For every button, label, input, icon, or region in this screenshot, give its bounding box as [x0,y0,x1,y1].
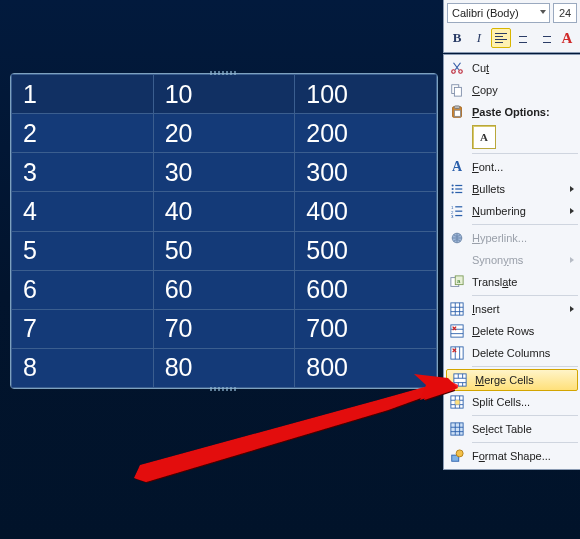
menu-format-shape-label: Format Shape... [470,450,580,462]
paste-options-row: A [444,123,580,151]
selected-table[interactable]: 1101002202003303004404005505006606007707… [10,73,438,389]
align-right-button[interactable] [535,28,555,48]
menu-format-shape[interactable]: Format Shape... [444,445,580,467]
table-row[interactable]: 770700 [12,309,437,348]
menu-paste-options: Paste Options: [444,101,580,123]
menu-font[interactable]: A Font... [444,156,580,178]
menu-delete-columns[interactable]: Delete Columns [444,342,580,364]
svg-point-31 [456,450,463,457]
table-cell[interactable]: 8 [12,348,154,387]
font-family-combo[interactable]: Calibri (Body) [447,3,550,23]
menu-numbering[interactable]: 123 Numbering [444,200,580,222]
delete-columns-icon [444,346,470,360]
menu-split-cells-label: Split Cells... [470,396,580,408]
menu-delete-rows-label: Delete Rows [470,325,580,337]
table-cell[interactable]: 80 [153,348,295,387]
table-cell[interactable]: 200 [295,114,437,153]
table-row[interactable]: 220200 [12,114,437,153]
table-row[interactable]: 440400 [12,192,437,231]
svg-marker-32 [134,380,452,482]
svg-rect-16 [455,211,462,212]
table-cell[interactable]: 6 [12,270,154,309]
svg-point-0 [452,70,456,74]
svg-rect-6 [454,110,460,116]
svg-rect-28 [455,400,459,404]
table-cell[interactable]: 1 [12,75,154,114]
table-cell[interactable]: 600 [295,270,437,309]
table-cell[interactable]: 70 [153,309,295,348]
menu-merge-cells[interactable]: Merge Cells [446,369,578,391]
format-shape-icon [444,449,470,463]
table-row[interactable]: 880800 [12,348,437,387]
table-row[interactable]: 550500 [12,231,437,270]
svg-rect-23 [451,303,463,315]
table-cell[interactable]: 100 [295,75,437,114]
menu-select-table-label: Select Table [470,423,580,435]
italic-button[interactable]: I [469,28,489,48]
table-row[interactable]: 330300 [12,153,437,192]
table-cell[interactable]: 10 [153,75,295,114]
table-row[interactable]: 110100 [12,75,437,114]
bullets-icon [444,182,470,196]
font-size-combo[interactable]: 24 [553,3,577,23]
align-center-button[interactable] [513,28,533,48]
table-cell[interactable]: 4 [12,192,154,231]
copy-icon [444,83,470,97]
table-cell[interactable]: 7 [12,309,154,348]
scissors-icon [444,61,470,75]
menu-synonyms-label: Synonyms [470,254,580,266]
svg-text:3: 3 [451,214,454,218]
svg-rect-26 [454,374,466,386]
menu-cut-label: Cut [470,62,580,74]
font-family-value: Calibri (Body) [452,7,519,19]
table-cell[interactable]: 3 [12,153,154,192]
svg-point-9 [452,188,454,190]
align-left-button[interactable] [491,28,511,48]
menu-bullets-label: Bullets [470,183,580,195]
svg-rect-10 [455,188,462,189]
table-cell[interactable]: 400 [295,192,437,231]
context-menu: Cut Copy Paste Options: A A Font... Bull… [443,54,580,470]
menu-delete-columns-label: Delete Columns [470,347,580,359]
table-cell[interactable]: 30 [153,153,295,192]
table-cell[interactable]: 2 [12,114,154,153]
menu-translate[interactable]: a Translate [444,271,580,293]
format-mini-toolbar: Calibri (Body) 24 B I A [443,0,580,53]
svg-rect-18 [455,215,462,216]
split-cells-icon [444,395,470,409]
menu-cut[interactable]: Cut [444,57,580,79]
svg-rect-3 [454,87,461,96]
menu-insert[interactable]: Insert [444,298,580,320]
table-insert-icon [444,302,470,316]
paste-keep-text-button[interactable]: A [472,125,496,149]
table-row[interactable]: 660600 [12,270,437,309]
table-cell[interactable]: 700 [295,309,437,348]
table-cell[interactable]: 60 [153,270,295,309]
table-cell[interactable]: 300 [295,153,437,192]
menu-copy[interactable]: Copy [444,79,580,101]
table-cell[interactable]: 20 [153,114,295,153]
table-cell[interactable]: 40 [153,192,295,231]
menu-separator [472,415,578,416]
svg-point-11 [452,191,454,193]
menu-delete-rows[interactable]: Delete Rows [444,320,580,342]
menu-select-table[interactable]: Select Table [444,418,580,440]
data-table[interactable]: 1101002202003303004404005505006606007707… [11,74,437,388]
menu-separator [472,366,578,367]
table-cell[interactable]: 800 [295,348,437,387]
menu-font-label: Font... [470,161,580,173]
menu-merge-cells-label: Merge Cells [473,374,577,386]
bold-button[interactable]: B [447,28,467,48]
merge-cells-icon [447,373,473,387]
table-cell[interactable]: 50 [153,231,295,270]
table-cell[interactable]: 5 [12,231,154,270]
menu-split-cells[interactable]: Split Cells... [444,391,580,413]
menu-separator [472,295,578,296]
svg-rect-29 [451,423,463,435]
font-color-button[interactable]: A [557,28,577,48]
svg-rect-8 [455,185,462,186]
table-cell[interactable]: 500 [295,231,437,270]
menu-bullets[interactable]: Bullets [444,178,580,200]
svg-rect-5 [454,106,459,109]
translate-icon: a [444,275,470,289]
